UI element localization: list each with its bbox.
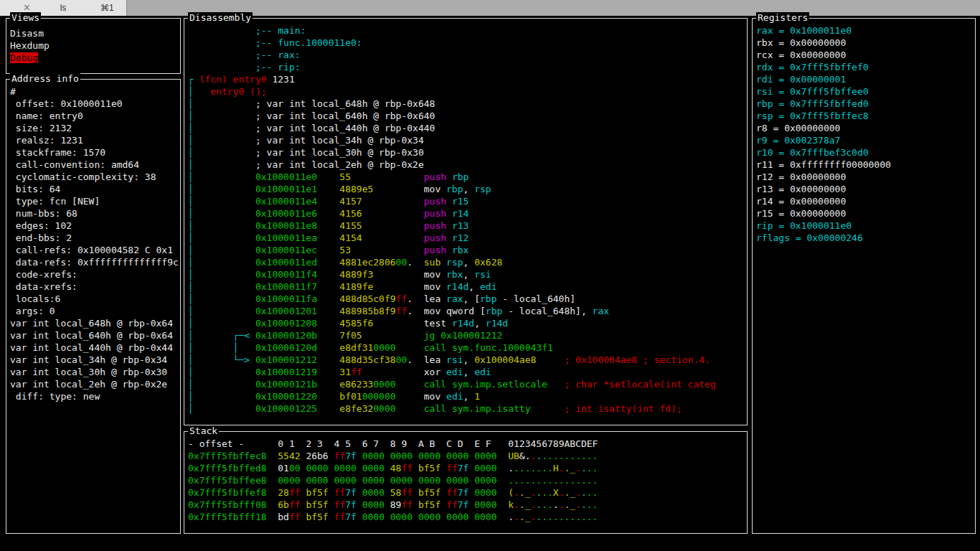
register-line-r14: r14 = 0x00000000 [756, 195, 975, 207]
register-line-rbx: rbx = 0x00000000 [756, 37, 975, 49]
disasm-line: ┌ (fcn) entry0 1231 [188, 73, 747, 85]
disassembly-panel: Disassembly ;-- main: ;-- func.1000011e0… [184, 18, 748, 425]
stack-panel: Stack - offset - 0 1 2 3 4 5 6 7 8 9 A B… [184, 431, 748, 534]
stack-row: 0x7fff5fbffec8 5542 26b6 ff7f 0000 0000 … [188, 450, 747, 462]
register-line-rdi: rdi = 0x00000001 [756, 73, 975, 85]
disasm-line: │ │ 0x10000120d e8df310000 call sym.func… [188, 342, 747, 354]
register-line-r9: r9 = 0x002378a7 [756, 134, 975, 146]
registers-panel: Registers rax = 0x1000011e0rbx = 0x00000… [752, 18, 976, 534]
register-line-rbp: rbp = 0x7fff5fbffed0 [756, 98, 975, 110]
stack-hexdump: - offset - 0 1 2 3 4 5 6 7 8 9 A B C D E… [184, 432, 747, 533]
stack-row: 0x7fff5fbffee8 0000 0000 0000 0000 0000 … [188, 474, 747, 486]
disasm-line: │ entry0 (); [188, 85, 747, 98]
address-info-line: num-bbs: 68 [10, 207, 180, 220]
disasm-line: │ 0x1000011e1 4889e5 mov rbp, rsp [188, 183, 747, 195]
address-info-panel: Address info # offset: 0x1000011e0 name:… [6, 79, 181, 534]
disasm-line: │ ; var int local_30h @ rbp-0x30 [188, 146, 747, 159]
address-info-line: cyclomatic-complexity: 38 [10, 171, 180, 183]
disasm-line: │ 0x1000011f4 4889f3 mov rbx, rsi [188, 268, 747, 281]
address-info-line: type: fcn [NEW] [10, 195, 180, 207]
address-info-line: offset: 0x1000011e0 [10, 98, 180, 110]
address-info-line: call-convention: amd64 [10, 159, 180, 171]
disasm-line: │ ; var int local_2eh @ rbp-0x2e [188, 159, 747, 171]
disasm-line: ;-- rip: [188, 61, 747, 73]
register-line-rcx: rcx = 0x00000000 [756, 49, 975, 61]
address-info-line: var int local_640h @ rbp-0x64 [10, 329, 180, 342]
address-info-line: args: 0 [10, 305, 180, 317]
stack-row: 0x7fff5fbffef8 28ff bf5f ff7f 0000 58ff … [188, 486, 747, 499]
disasm-line: ;-- func.1000011e0: [188, 37, 747, 49]
disasm-line: ;-- rax: [188, 49, 747, 61]
disasm-line: │ ; var int local_640h @ rbp-0x640 [188, 110, 747, 122]
disasm-line: │ 0x1000011e0 55 push rbp [188, 171, 747, 183]
register-line-rip: rip = 0x1000011e0 [756, 220, 975, 232]
address-info-line: code-xrefs: [10, 268, 180, 281]
register-line-r8: r8 = 0x00000000 [756, 122, 975, 134]
disasm-line: │ ; var int local_34h @ rbp-0x34 [188, 134, 747, 146]
address-info-line: var int local_30h @ rbp-0x30 [10, 366, 180, 378]
disasm-line: │ 0x100001225 e8fe320000 call sym.imp.is… [188, 402, 747, 415]
address-info-line: bits: 64 [10, 183, 180, 195]
address-info-line: var int local_34h @ rbp-0x34 [10, 354, 180, 366]
disasm-line: │ 0x10000121b e862330000 call sym.imp.se… [188, 378, 747, 390]
address-info-line: call-refs: 0x100004582 C 0x1 [10, 244, 180, 256]
register-line-rsp: rsp = 0x7fff5fbffec8 [756, 110, 975, 122]
stack-row: 0x7fff5fbfff18 bdff bf5f ff7f 0000 0000 … [188, 511, 747, 523]
address-info-line: var int local_648h @ rbp-0x64 [10, 317, 180, 329]
radare2-visual-panels-screen: { "tabbar": { "close_glyph": "✕", "title… [0, 0, 980, 551]
address-info-line: var int local_2eh @ rbp-0x2e [10, 378, 180, 390]
register-line-rdx: rdx = 0x7fff5fbffef0 [756, 61, 975, 73]
register-line-r13: r13 = 0x00000000 [756, 183, 975, 195]
views-panel: Views DisasmHexdumpDebug [6, 18, 181, 74]
views-list: DisasmHexdumpDebug [6, 19, 180, 73]
disasm-line: │ └─> 0x100001212 488d35cf3800. lea rsi,… [188, 354, 747, 366]
register-line-r15: r15 = 0x00000000 [756, 207, 975, 220]
disasm-line: │ 0x1000011e8 4155 push r13 [188, 220, 747, 232]
disasm-line: │ 0x1000011e4 4157 push r15 [188, 195, 747, 207]
register-line-rax: rax = 0x1000011e0 [756, 24, 975, 37]
disasm-line: │ ┌─< 0x10000120b 7f05 jg 0x100001212 [188, 329, 747, 342]
disasm-line: │ 0x100001220 bf01000000 mov edi, 1 [188, 390, 747, 402]
disasm-line: │ 0x1000011ec 53 push rbx [188, 244, 747, 256]
register-line-rflags: rflags = 0x00000246 [756, 232, 975, 244]
address-info-line: var int local_440h @ rbp-0x44 [10, 342, 180, 354]
address-info-line: data-refs: 0xffffffffffffff9c [10, 256, 180, 268]
address-info-list: # offset: 0x1000011e0 name: entry0 size:… [6, 80, 180, 533]
address-info-line: end-bbs: 2 [10, 232, 180, 244]
view-item-hexdump[interactable]: Hexdump [10, 39, 180, 52]
disasm-line: │ 0x1000011f7 4189fe mov r14d, edi [188, 281, 747, 293]
address-info-line: edges: 102 [10, 220, 180, 232]
disasm-line: │ 0x100001219 31ff xor edi, edi [188, 366, 747, 378]
register-line-rsi: rsi = 0x7fff5fbffee0 [756, 85, 975, 98]
terminal-tab-bar: ✕ ls ⌘1 [0, 0, 980, 16]
stack-header: - offset - 0 1 2 3 4 5 6 7 8 9 A B C D E… [188, 438, 747, 450]
disasm-line: │ ; var int local_648h @ rbp-0x648 [188, 98, 747, 110]
address-info-line: stackframe: 1570 [10, 146, 180, 159]
disasm-line: │ 0x100001201 488985b8f9ff. mov qword [r… [188, 305, 747, 317]
view-item-debug[interactable]: Debug [10, 52, 180, 64]
register-line-r11: r11 = 0xffffffff00000000 [756, 159, 975, 171]
register-line-r10: r10 = 0x7fffbef3c0d0 [756, 146, 975, 159]
view-item-disasm[interactable]: Disasm [10, 27, 180, 39]
disasm-line: │ 0x1000011ed 4881ec280600. sub rsp, 0x6… [188, 256, 747, 268]
address-info-line: locals:6 [10, 293, 180, 305]
address-info-line: name: entry0 [10, 110, 180, 122]
disasm-line: │ 0x1000011ea 4154 push r12 [188, 232, 747, 244]
address-info-line: size: 2132 [10, 122, 180, 134]
tab-shortcut: ⌘1 [100, 0, 114, 16]
stack-row: 0x7fff5fbfff08 6bff bf5f ff7f 0000 89ff … [188, 499, 747, 511]
registers-list: rax = 0x1000011e0rbx = 0x00000000rcx = 0… [753, 19, 975, 533]
disasm-line: │ 0x1000011fa 488d85c0f9ff. lea rax, [rb… [188, 293, 747, 305]
disassembly-listing: ;-- main: ;-- func.1000011e0: ;-- rax: ;… [184, 19, 747, 425]
address-info-line: realsz: 1231 [10, 134, 180, 146]
disasm-line: │ ; var int local_440h @ rbp-0x440 [188, 122, 747, 134]
address-info-line: # [10, 85, 180, 98]
address-info-line: diff: type: new [10, 390, 180, 402]
disasm-line: ;-- main: [188, 24, 747, 37]
register-line-r12: r12 = 0x00000000 [756, 171, 975, 183]
disasm-line: │ 0x100001208 4585f6 test r14d, r14d [188, 317, 747, 329]
disasm-line: │ 0x1000011e6 4156 push r14 [188, 207, 747, 220]
stack-row: 0x7fff5fbffed8 0100 0000 0000 0000 48ff … [188, 462, 747, 474]
address-info-line: data-xrefs: [10, 281, 180, 293]
